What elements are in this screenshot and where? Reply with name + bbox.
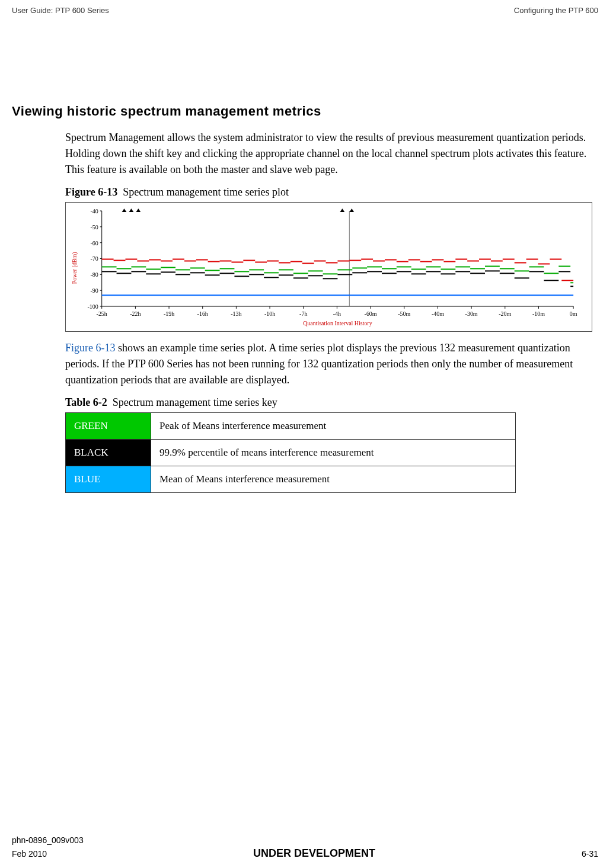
svg-text:-7h: -7h [299,310,307,317]
svg-text:-22h: -22h [130,310,141,317]
key-table: GREEN Peak of Means interference measure… [65,412,516,493]
svg-text:-80: -80 [90,271,98,278]
svg-marker-19 [136,209,141,212]
svg-text:-16h: -16h [197,310,208,317]
svg-text:-50: -50 [90,224,98,230]
intro-paragraph: Spectrum Management allows the system ad… [65,130,592,178]
chart-ylabel: Power (dBm) [71,252,78,284]
svg-text:-100: -100 [88,303,98,310]
figure-caption: Figure 6-13 Spectrum management time ser… [65,186,592,198]
svg-text:-40m: -40m [432,310,444,317]
svg-text:-20m: -20m [499,310,511,317]
table-row: BLUE Mean of Means interference measurem… [66,466,516,492]
svg-text:-10h: -10h [264,310,275,317]
key-desc-cell: Mean of Means interference measurement [151,466,516,492]
svg-marker-18 [129,209,133,212]
key-desc-cell: Peak of Means interference measurement [151,412,516,439]
footer-doc-id: phn-0896_009v003 [12,835,598,845]
svg-marker-20 [340,209,344,212]
figure-reference-link[interactable]: Figure 6-13 [65,342,116,354]
table-caption-text: Spectrum management time series key [113,396,277,408]
svg-text:-40: -40 [90,208,98,214]
footer-page-number: 6-31 [582,849,598,859]
svg-text:-90: -90 [90,287,98,294]
para-after-figure: Figure 6-13 shows an example time series… [65,340,592,388]
svg-text:-4h: -4h [333,310,341,317]
chart-xlabel: Quantisation Interval History [303,320,372,326]
key-color-cell: GREEN [66,412,151,439]
svg-text:-50m: -50m [398,310,410,317]
key-color-cell: BLACK [66,439,151,466]
svg-text:-60: -60 [90,240,98,246]
header-right: Configuring the PTP 600 [514,6,598,15]
table-caption: Table 6-2 Spectrum management time serie… [65,396,592,409]
svg-text:-25h: -25h [97,310,107,317]
footer-date: Feb 2010 [12,849,47,859]
section-heading: Viewing historic spectrum management met… [12,104,598,119]
svg-text:-30m: -30m [465,310,478,317]
time-series-chart: Power (dBm) -40 -50 -60 -70 -80 -90 -100 [69,206,588,330]
svg-marker-21 [349,209,354,212]
footer-status: UNDER DEVELOPMENT [47,847,582,860]
figure-caption-text: Spectrum management time series plot [123,186,289,198]
table-row: BLACK 99.9% percentile of means interfer… [66,439,516,466]
svg-text:0m: 0m [570,310,577,317]
svg-text:-10m: -10m [532,310,545,317]
page-footer: phn-0896_009v003 Feb 2010 UNDER DEVELOPM… [12,835,598,860]
figure-container: Power (dBm) -40 -50 -60 -70 -80 -90 -100 [65,202,592,332]
header-left: User Guide: PTP 600 Series [12,6,109,15]
table-row: GREEN Peak of Means interference measure… [66,412,516,439]
svg-text:-19h: -19h [164,310,174,317]
para-after-figure-text: shows an example time series plot. A tim… [65,342,573,386]
svg-marker-17 [122,209,127,212]
svg-text:-70: -70 [90,255,98,262]
svg-text:-13h: -13h [231,310,241,317]
figure-label: Figure 6-13 [65,186,117,198]
key-desc-cell: 99.9% percentile of means interference m… [151,439,516,466]
svg-text:-60m: -60m [365,310,377,317]
key-color-cell: BLUE [66,466,151,492]
table-label: Table 6-2 [65,396,107,408]
